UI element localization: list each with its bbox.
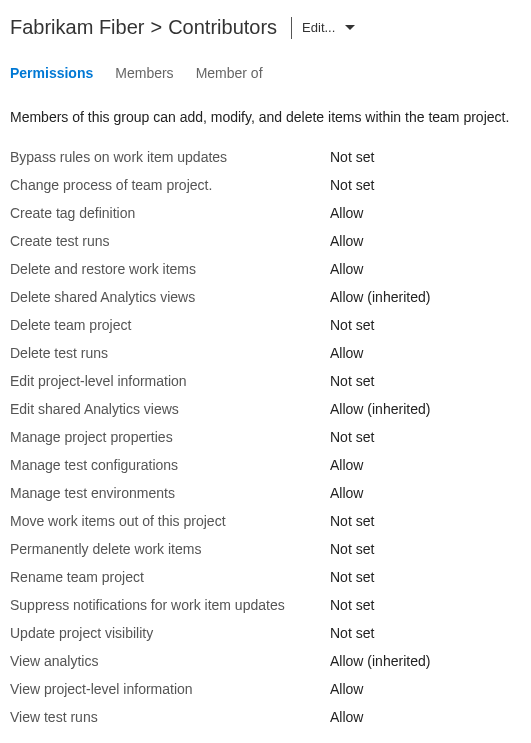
permission-label: Manage test environments xyxy=(10,485,330,501)
permission-label: Manage project properties xyxy=(10,429,330,445)
permission-value[interactable]: Not set xyxy=(330,597,374,613)
permission-label: Delete team project xyxy=(10,317,330,333)
permission-label: Delete test runs xyxy=(10,345,330,361)
permission-value[interactable]: Allow xyxy=(330,233,363,249)
chevron-down-icon xyxy=(345,25,355,31)
permission-label: Delete and restore work items xyxy=(10,261,330,277)
permission-row: Bypass rules on work item updatesNot set xyxy=(10,143,521,171)
permission-value[interactable]: Allow xyxy=(330,485,363,501)
breadcrumb-separator: > xyxy=(150,16,162,39)
permission-row: View test runsAllow xyxy=(10,703,521,731)
header-divider xyxy=(291,17,292,39)
permission-value[interactable]: Not set xyxy=(330,513,374,529)
group-description: Members of this group can add, modify, a… xyxy=(10,109,521,125)
permission-value[interactable]: Not set xyxy=(330,541,374,557)
permission-label: Manage test configurations xyxy=(10,457,330,473)
permission-row: Suppress notifications for work item upd… xyxy=(10,591,521,619)
tabs: PermissionsMembersMember of xyxy=(10,65,521,85)
permission-value[interactable]: Not set xyxy=(330,429,374,445)
permission-value[interactable]: Allow xyxy=(330,681,363,697)
tab-permissions[interactable]: Permissions xyxy=(10,65,93,85)
permission-value[interactable]: Allow xyxy=(330,345,363,361)
permission-row: Update project visibilityNot set xyxy=(10,619,521,647)
permission-row: Manage test environmentsAllow xyxy=(10,479,521,507)
permission-row: Delete shared Analytics viewsAllow (inhe… xyxy=(10,283,521,311)
permission-label: Delete shared Analytics views xyxy=(10,289,330,305)
permission-row: Create test runsAllow xyxy=(10,227,521,255)
permission-value[interactable]: Allow (inherited) xyxy=(330,653,430,669)
permission-value[interactable]: Not set xyxy=(330,569,374,585)
edit-dropdown[interactable]: Edit... xyxy=(302,20,355,35)
permission-value[interactable]: Allow (inherited) xyxy=(330,401,430,417)
tab-members[interactable]: Members xyxy=(115,65,173,85)
permission-row: Manage test configurationsAllow xyxy=(10,451,521,479)
permission-value[interactable]: Not set xyxy=(330,625,374,641)
permission-value[interactable]: Allow xyxy=(330,457,363,473)
permission-label: Change process of team project. xyxy=(10,177,330,193)
permission-label: Suppress notifications for work item upd… xyxy=(10,597,330,613)
breadcrumb-parent[interactable]: Fabrikam Fiber xyxy=(10,16,144,39)
permissions-table: Bypass rules on work item updatesNot set… xyxy=(10,143,521,731)
permission-value[interactable]: Allow xyxy=(330,261,363,277)
permission-label: Permanently delete work items xyxy=(10,541,330,557)
permission-value[interactable]: Not set xyxy=(330,373,374,389)
permission-row: Delete and restore work itemsAllow xyxy=(10,255,521,283)
permission-row: Edit shared Analytics viewsAllow (inheri… xyxy=(10,395,521,423)
permission-value[interactable]: Allow xyxy=(330,709,363,725)
permission-label: Edit project-level information xyxy=(10,373,330,389)
permission-row: Create tag definitionAllow xyxy=(10,199,521,227)
permission-label: Create tag definition xyxy=(10,205,330,221)
breadcrumb-current[interactable]: Contributors xyxy=(168,16,277,39)
permission-label: View test runs xyxy=(10,709,330,725)
permission-row: Delete team projectNot set xyxy=(10,311,521,339)
permission-value[interactable]: Not set xyxy=(330,177,374,193)
permission-row: Permanently delete work itemsNot set xyxy=(10,535,521,563)
permission-value[interactable]: Not set xyxy=(330,317,374,333)
permission-row: Rename team projectNot set xyxy=(10,563,521,591)
permission-label: Rename team project xyxy=(10,569,330,585)
edit-dropdown-label: Edit... xyxy=(302,20,335,35)
permission-row: Manage project propertiesNot set xyxy=(10,423,521,451)
permission-label: Create test runs xyxy=(10,233,330,249)
page-header: Fabrikam Fiber > Contributors Edit... xyxy=(10,16,521,39)
permission-label: Move work items out of this project xyxy=(10,513,330,529)
permission-row: View project-level informationAllow xyxy=(10,675,521,703)
tab-member-of[interactable]: Member of xyxy=(196,65,263,85)
permission-row: Move work items out of this projectNot s… xyxy=(10,507,521,535)
permission-label: View analytics xyxy=(10,653,330,669)
permission-value[interactable]: Allow (inherited) xyxy=(330,289,430,305)
permission-label: View project-level information xyxy=(10,681,330,697)
permission-label: Bypass rules on work item updates xyxy=(10,149,330,165)
permission-value[interactable]: Allow xyxy=(330,205,363,221)
permission-label: Update project visibility xyxy=(10,625,330,641)
permission-row: Delete test runsAllow xyxy=(10,339,521,367)
permission-value[interactable]: Not set xyxy=(330,149,374,165)
permission-row: View analyticsAllow (inherited) xyxy=(10,647,521,675)
permission-row: Change process of team project.Not set xyxy=(10,171,521,199)
permission-row: Edit project-level informationNot set xyxy=(10,367,521,395)
permission-label: Edit shared Analytics views xyxy=(10,401,330,417)
